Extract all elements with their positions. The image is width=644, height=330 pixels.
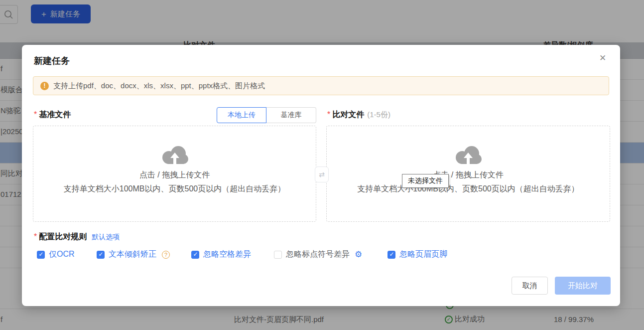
screen: + 新建任务 比对文件 差异数/相似度 f 模版合同 N骆驼 |20250 同比… — [0, 0, 644, 330]
rules-label: 配置比对规则 — [39, 232, 87, 241]
option-skew-correction[interactable]: 文本倾斜矫正 ? — [97, 249, 170, 260]
default-options-link[interactable]: 默认选项 — [92, 233, 120, 241]
upload-hint-line1: 点击 / 拖拽上传文件 — [33, 170, 316, 180]
warning-text: 支持上传pdf、doc、docx、xls、xlsx、ppt、pptx格式、图片格… — [53, 81, 265, 91]
punctuation-settings-gear-icon[interactable]: ⚙ — [355, 251, 362, 259]
upload-cloud-icon — [327, 145, 610, 167]
upload-hint-line2: 支持单文档大小100MB以内、页数500页以内（超出自动丢弃） — [33, 184, 316, 194]
option-label: 忽略页眉页脚 — [399, 249, 447, 260]
option-ignore-header-footer[interactable]: 忽略页眉页脚 — [387, 249, 447, 260]
base-file-dropzone[interactable]: 点击 / 拖拽上传文件 支持单文档大小100MB以内、页数500页以内（超出自动… — [33, 126, 316, 222]
checkbox-checked-icon[interactable] — [37, 251, 45, 259]
dialog-footer: 取消 开始比对 — [22, 277, 620, 295]
required-mark: * — [34, 232, 37, 241]
tab-local-upload[interactable]: 本地上传 — [217, 107, 266, 123]
checkbox-checked-icon[interactable] — [387, 251, 395, 259]
checkbox-checked-icon[interactable] — [97, 251, 105, 259]
required-mark: * — [34, 110, 37, 119]
option-label: 文本倾斜矫正 — [109, 249, 156, 260]
compare-file-label: 比对文件 — [332, 110, 364, 119]
option-label: 忽略空格差异 — [203, 249, 251, 260]
base-file-label: 基准文件 — [39, 110, 71, 119]
checkbox-checked-icon[interactable] — [191, 251, 199, 259]
swap-files-button[interactable]: ⇄ — [315, 166, 329, 182]
dialog-title: 新建任务 — [34, 55, 70, 67]
compare-file-dropzone[interactable]: 点击 / 拖拽上传文件 支持单文档大小100MB以内、页数500页以内（超出自动… — [326, 126, 610, 222]
rule-options-row: 仅OCR 文本倾斜矫正 ? 忽略空格差异 忽略标点符号差异 ⚙ 忽略页眉页脚 — [22, 249, 620, 262]
no-file-selected-tooltip: 未选择文件 — [402, 174, 449, 188]
option-label: 忽略标点符号差异 — [286, 249, 350, 260]
rules-section-header: *配置比对规则默认选项 — [34, 232, 120, 242]
upload-hint-line1: 点击 / 拖拽上传文件 — [327, 170, 610, 180]
format-warning-banner: ! 支持上传pdf、doc、docx、xls、xlsx、ppt、pptx格式、图… — [33, 76, 609, 95]
compare-file-section-header: *比对文件(1-5份) — [326, 107, 610, 123]
required-mark: * — [327, 110, 330, 119]
upload-source-tabs: 本地上传 基准库 — [217, 107, 316, 123]
checkbox-unchecked-icon[interactable] — [274, 251, 282, 259]
cancel-button[interactable]: 取消 — [512, 277, 548, 295]
warning-icon: ! — [40, 82, 49, 90]
base-file-section-header: *基准文件 本地上传 基准库 — [33, 107, 316, 123]
upload-hint-line2: 支持单文档大小100MB以内、页数500页以内（超出自动丢弃） — [327, 184, 610, 194]
upload-cloud-icon — [33, 145, 316, 167]
start-compare-button[interactable]: 开始比对 — [555, 277, 611, 295]
new-task-dialog: 新建任务 ✕ ! 支持上传pdf、doc、docx、xls、xlsx、ppt、p… — [22, 45, 620, 306]
option-ocr-only[interactable]: 仅OCR — [37, 249, 75, 260]
compare-file-count-hint: (1-5份) — [367, 110, 390, 119]
swap-icon: ⇄ — [319, 170, 325, 178]
close-icon[interactable]: ✕ — [596, 52, 609, 65]
help-question-icon[interactable]: ? — [162, 251, 170, 259]
option-label: 仅OCR — [49, 249, 75, 260]
option-ignore-punctuation[interactable]: 忽略标点符号差异 ⚙ — [274, 249, 362, 260]
option-ignore-spaces[interactable]: 忽略空格差异 — [191, 249, 251, 260]
tab-base-library[interactable]: 基准库 — [266, 107, 316, 123]
